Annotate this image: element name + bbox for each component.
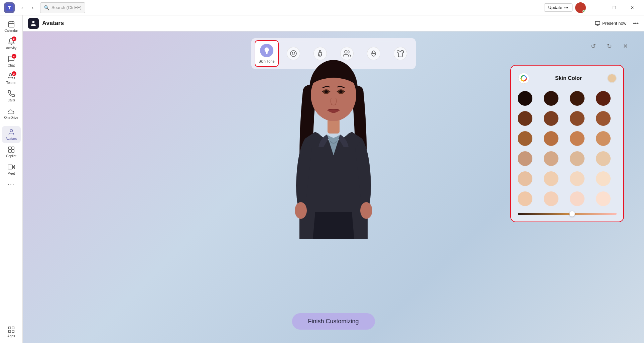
skin-swatch-17[interactable]	[518, 171, 532, 186]
activity-icon: 2	[7, 37, 15, 46]
skin-swatch-12[interactable]	[596, 131, 611, 146]
sidebar-item-teams[interactable]: 2 Teams	[2, 70, 21, 87]
svg-point-6	[9, 74, 11, 76]
skin-swatch-18[interactable]	[544, 171, 558, 186]
present-now-label: Present now	[602, 21, 626, 26]
copilot-icon	[7, 146, 15, 154]
titlebar-left: T ‹ › 🔍 Search (Ctrl+E)	[4, 2, 85, 13]
sidebar-item-calls[interactable]: Calls	[2, 88, 21, 104]
maximize-button[interactable]: ❐	[607, 3, 622, 12]
close-button[interactable]: ✕	[625, 3, 640, 12]
main-layout: Calendar 2 Activity 4 Chat	[0, 15, 644, 343]
more-icon: ···	[7, 180, 15, 188]
skin-tone-slider-row	[518, 213, 617, 215]
avatar-figure	[277, 52, 390, 252]
skin-swatch-7[interactable]	[570, 111, 585, 126]
skin-swatch-3[interactable]	[570, 91, 585, 106]
sidebar-item-chat[interactable]: 4 Chat	[2, 53, 21, 70]
skin-swatch-15[interactable]	[570, 151, 585, 166]
sidebar-item-more[interactable]: ···	[2, 178, 21, 190]
user-avatar[interactable]	[575, 2, 586, 13]
skin-swatch-9[interactable]	[518, 131, 532, 146]
titlebar-right: Update ••• — ❐ ✕	[544, 2, 640, 13]
sidebar-item-avatars[interactable]: Avatars	[2, 126, 21, 143]
skin-swatch-14[interactable]	[544, 151, 558, 166]
skin-swatch-2[interactable]	[544, 91, 558, 106]
skin-tone-slider-thumb[interactable]	[569, 211, 575, 217]
meet-icon	[7, 163, 15, 171]
calendar-icon	[7, 20, 15, 28]
redo-button[interactable]: ↻	[604, 41, 615, 52]
search-bar[interactable]: 🔍 Search (Ctrl+E)	[40, 2, 85, 13]
svg-rect-13	[8, 165, 12, 169]
skin-swatch-16[interactable]	[596, 151, 611, 166]
skin-swatch-20[interactable]	[596, 171, 611, 186]
skin-swatch-13[interactable]	[518, 151, 532, 166]
skin-swatch-1[interactable]	[518, 91, 532, 106]
skin-color-panel: Skin Color	[510, 65, 624, 222]
forward-button[interactable]: ›	[28, 3, 37, 12]
update-more-icon: •••	[564, 6, 568, 10]
content-area: Avatars Present now •••	[23, 15, 644, 343]
svg-rect-2	[8, 22, 14, 27]
panel-header: Skin Color	[518, 72, 617, 84]
sidebar-item-copilot[interactable]: Copilot	[2, 144, 21, 160]
selected-skin-swatch	[607, 74, 617, 83]
svg-rect-11	[11, 150, 14, 152]
skin-swatch-4[interactable]	[596, 91, 611, 106]
skin-swatch-23[interactable]	[570, 191, 585, 206]
svg-rect-16	[8, 330, 10, 332]
sidebar-avatars-label: Avatars	[6, 137, 17, 141]
sidebar-item-activity[interactable]: 2 Activity	[2, 35, 21, 52]
sidebar-item-meet[interactable]: Meet	[2, 161, 21, 178]
sidebar-item-calendar[interactable]: Calendar	[2, 18, 21, 35]
skin-swatch-8[interactable]	[596, 111, 611, 126]
skin-swatch-11[interactable]	[570, 131, 585, 146]
sidebar-item-apps[interactable]: Apps	[2, 324, 21, 340]
svg-point-7	[10, 130, 12, 132]
close-editor-button[interactable]: ✕	[620, 41, 631, 52]
sidebar-activity-label: Activity	[6, 46, 17, 50]
minimize-button[interactable]: —	[589, 3, 604, 12]
search-icon: 🔍	[44, 5, 49, 10]
panel-logo-icon	[518, 72, 530, 84]
svg-point-18	[32, 21, 35, 23]
skin-tone-slider-track[interactable]	[518, 213, 617, 215]
toolbar-tab-skin-tone[interactable]: Skin Tone	[255, 40, 279, 67]
titlebar: T ‹ › 🔍 Search (Ctrl+E) Update ••• — ❐ ✕	[0, 0, 644, 15]
app-header-icon	[28, 18, 39, 29]
header-more-button[interactable]: •••	[633, 20, 639, 26]
skin-swatch-21[interactable]	[518, 191, 532, 206]
skin-swatch-19[interactable]	[570, 171, 585, 186]
nav-arrows: ‹ ›	[17, 3, 37, 12]
skin-swatch-24[interactable]	[596, 191, 611, 206]
teams-badge: 2	[12, 71, 16, 76]
update-button[interactable]: Update •••	[544, 3, 572, 12]
finish-customizing-button[interactable]: Finish Customizing	[292, 313, 375, 330]
toolbar-tab-clothing[interactable]	[388, 40, 412, 67]
chat-icon: 4	[7, 55, 15, 63]
sidebar-item-onedrive[interactable]: OneDrive	[2, 105, 21, 122]
svg-point-34	[325, 90, 328, 93]
app-title-group: Avatars	[28, 18, 64, 29]
svg-rect-19	[595, 21, 600, 24]
onedrive-icon	[7, 107, 15, 115]
avatar-canvas: Skin Tone	[23, 31, 644, 343]
skin-tone-icon	[260, 44, 273, 57]
svg-point-37	[360, 202, 372, 219]
sidebar-apps-label: Apps	[7, 334, 15, 338]
present-now-button[interactable]: Present now	[592, 19, 629, 27]
skin-swatch-5[interactable]	[518, 111, 532, 126]
back-button[interactable]: ‹	[17, 3, 27, 12]
sidebar-onedrive-label: OneDrive	[4, 116, 18, 120]
skin-color-grid	[518, 91, 617, 206]
undo-button[interactable]: ↺	[588, 41, 599, 52]
svg-point-36	[295, 202, 307, 219]
sidebar-calendar-label: Calendar	[4, 29, 18, 33]
calls-icon	[7, 90, 15, 98]
skin-swatch-10[interactable]	[544, 131, 558, 146]
skin-swatch-6[interactable]	[544, 111, 558, 126]
svg-rect-8	[8, 147, 11, 149]
skin-swatch-22[interactable]	[544, 191, 558, 206]
toolbar-right-actions: ↺ ↻ ✕	[588, 41, 631, 52]
